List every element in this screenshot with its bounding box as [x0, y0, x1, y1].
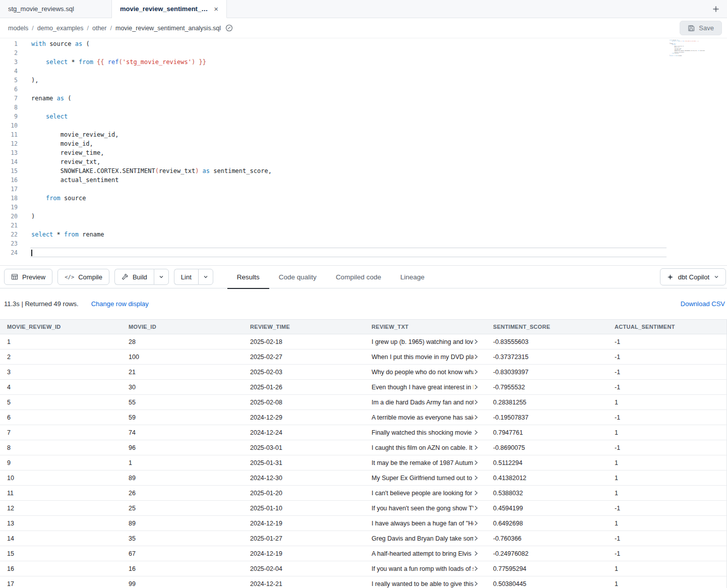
- code-text: [24, 103, 31, 112]
- preview-button[interactable]: Preview: [4, 269, 52, 285]
- cell-actual_sentiment: 1: [608, 561, 727, 576]
- code-line[interactable]: 10: [0, 121, 727, 130]
- code-line[interactable]: 14 review_txt,: [0, 157, 727, 166]
- cell-review_txt: It may be the remake of 1987 Autumn'…: [365, 455, 486, 471]
- code-line[interactable]: 9 select: [0, 112, 727, 121]
- code-line[interactable]: 19: [0, 203, 727, 212]
- code-area[interactable]: 1with source as (23 select * from {{ ref…: [0, 39, 727, 257]
- code-line[interactable]: 15 SNOWFLAKE.CORTEX.SENTIMENT(review_txt…: [0, 166, 727, 175]
- code-line[interactable]: 21: [0, 221, 727, 230]
- build-options-caret[interactable]: [154, 269, 169, 285]
- tab-stg-movie-reviews[interactable]: stg_movie_reviews.sql: [0, 0, 112, 18]
- build-button[interactable]: Build: [114, 269, 154, 285]
- expand-review-icon[interactable]: [473, 369, 478, 375]
- expand-review-icon[interactable]: [473, 581, 478, 586]
- code-line[interactable]: 17: [0, 185, 727, 194]
- close-tab-icon[interactable]: ×: [214, 5, 218, 13]
- code-line[interactable]: 22select * from rename: [0, 230, 727, 239]
- line-number: 10: [0, 121, 24, 130]
- lint-button[interactable]: Lint: [174, 269, 198, 285]
- breadcrumb-part[interactable]: models: [8, 25, 28, 32]
- line-number: 3: [0, 57, 24, 67]
- expand-review-icon[interactable]: [473, 415, 478, 420]
- table-row: 1282025-02-18I grew up (b. 1965) watchin…: [0, 334, 727, 349]
- line-number: 14: [0, 157, 24, 166]
- code-line[interactable]: 16 actual_sentiment: [0, 175, 727, 185]
- code-line[interactable]: 24: [0, 248, 727, 257]
- dbt-copilot-button[interactable]: dbt Copilot: [660, 268, 726, 285]
- results-tab-lineage[interactable]: Lineage: [391, 265, 434, 288]
- code-line[interactable]: 4: [0, 67, 727, 76]
- cell-review_txt: Finally watched this shocking movie la…: [365, 425, 486, 440]
- expand-review-icon[interactable]: [473, 505, 478, 511]
- breadcrumb-part[interactable]: demo_examples: [37, 25, 84, 32]
- line-number: 8: [0, 103, 24, 112]
- expand-review-icon[interactable]: [473, 475, 478, 481]
- tab-label: stg_movie_reviews.sql: [8, 5, 74, 13]
- expand-review-icon[interactable]: [473, 384, 478, 390]
- code-text: movie_review_id,: [24, 130, 118, 139]
- expand-review-icon[interactable]: [473, 339, 478, 344]
- cell-movie_review_id: 9: [0, 455, 122, 471]
- expand-review-icon[interactable]: [473, 430, 478, 435]
- expand-review-icon[interactable]: [473, 445, 478, 450]
- code-text: [24, 239, 31, 248]
- code-text: actual_sentiment: [24, 175, 118, 185]
- review-text: When I put this movie in my DVD playe…: [372, 354, 473, 361]
- download-csv-link[interactable]: Download CSV: [681, 300, 725, 308]
- save-button[interactable]: Save: [680, 21, 722, 35]
- code-line[interactable]: 12 movie_id,: [0, 139, 727, 148]
- expand-review-icon[interactable]: [473, 490, 478, 496]
- code-line[interactable]: 2: [0, 48, 727, 57]
- breadcrumb-part[interactable]: other: [92, 25, 107, 32]
- cell-review_txt: When I put this movie in my DVD playe…: [365, 349, 486, 365]
- lint-options-caret[interactable]: [198, 269, 213, 285]
- line-number: 13: [0, 148, 24, 157]
- editor-minimap[interactable]: with source as ( select * from {{ ref('s…: [670, 39, 705, 71]
- tab-movie-review-sentiment-analysis[interactable]: movie_review_sentiment_… ×: [112, 0, 227, 18]
- code-line[interactable]: 13 review_time,: [0, 148, 727, 157]
- expand-review-icon[interactable]: [473, 551, 478, 556]
- table-row: 14352025-01-27Greg Davis and Bryan Daly …: [0, 531, 727, 546]
- code-line[interactable]: 1with source as (: [0, 39, 727, 48]
- expand-review-icon[interactable]: [473, 520, 478, 526]
- change-row-display-link[interactable]: Change row display: [91, 300, 149, 308]
- code-line[interactable]: 5),: [0, 76, 727, 85]
- copy-path-icon[interactable]: [225, 24, 233, 32]
- expand-review-icon[interactable]: [473, 399, 478, 405]
- sql-code-editor[interactable]: 1with source as (23 select * from {{ ref…: [0, 38, 727, 265]
- cell-sentiment_score: 0.77595294: [486, 561, 608, 576]
- dbt-ide-window: stg_movie_reviews.sql movie_review_senti…: [0, 0, 727, 588]
- code-line[interactable]: 23: [0, 239, 727, 248]
- expand-review-icon[interactable]: [473, 354, 478, 360]
- line-number: 11: [0, 130, 24, 139]
- query-summary: 11.3s | Returned 49 rows.: [4, 300, 79, 308]
- cell-review_txt: My Super Ex Girlfriend turned out to b…: [365, 471, 486, 486]
- code-line[interactable]: 6: [0, 85, 727, 94]
- cell-actual_sentiment: 1: [608, 425, 727, 440]
- results-tab-results[interactable]: Results: [227, 265, 269, 288]
- line-number: 21: [0, 221, 24, 230]
- results-tab-compiled-code[interactable]: Compiled code: [326, 265, 391, 288]
- expand-review-icon[interactable]: [473, 460, 478, 465]
- code-line[interactable]: 11 movie_review_id,: [0, 130, 727, 139]
- expand-review-icon[interactable]: [473, 566, 478, 571]
- code-line[interactable]: 3 select * from {{ ref('stg_movie_review…: [0, 57, 727, 67]
- cell-movie_id: 28: [122, 334, 243, 349]
- code-line[interactable]: 20): [0, 212, 727, 221]
- lint-split-button: Lint: [174, 269, 213, 285]
- cell-review_txt: A terrible movie as everyone has said. …: [365, 410, 486, 425]
- save-icon: [688, 25, 695, 32]
- breadcrumb-part[interactable]: movie_review_sentiment_analysis.sql: [115, 25, 221, 32]
- new-tab-button[interactable]: [705, 0, 727, 18]
- code-line[interactable]: 7rename as (: [0, 94, 727, 103]
- compile-button[interactable]: </> Compile: [57, 269, 109, 285]
- code-line[interactable]: 18 from source: [0, 194, 727, 203]
- cell-movie_id: 96: [122, 440, 243, 455]
- code-line[interactable]: 8: [0, 103, 727, 112]
- results-tab-code-quality[interactable]: Code quality: [269, 265, 326, 288]
- cell-review_time: 2024-12-30: [243, 471, 365, 486]
- expand-review-icon[interactable]: [473, 536, 478, 541]
- column-header-movie-review-id: MOVIE_REVIEW_ID: [0, 320, 122, 334]
- column-header-review-txt: REVIEW_TXT: [365, 320, 486, 334]
